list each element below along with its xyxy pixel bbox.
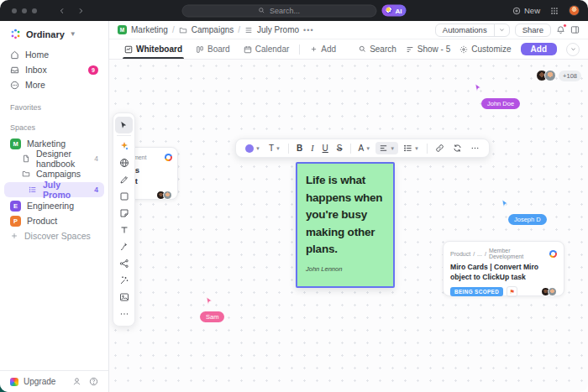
- strikethrough-button[interactable]: S: [333, 142, 346, 154]
- apps-grid-icon[interactable]: [550, 7, 559, 15]
- cursor-arrow-icon: [474, 83, 483, 92]
- user-avatar[interactable]: [569, 5, 580, 16]
- sticky-note[interactable]: Life is what happens when you're busy ma…: [296, 162, 395, 288]
- upgrade-label[interactable]: Upgrade: [24, 377, 55, 386]
- status-badge[interactable]: BEING SCOPED: [450, 287, 503, 296]
- sidebar-item-label: Designer handbook: [36, 149, 88, 169]
- breadcrumb-campaigns[interactable]: Campaigns: [192, 25, 234, 34]
- sidebar-item-july-promo[interactable]: July Promo 4: [4, 182, 104, 197]
- window-topbar: Search... AI New: [0, 0, 588, 21]
- chevron-down-icon: ▼: [276, 146, 281, 151]
- font-color-menu[interactable]: A▼: [355, 142, 375, 154]
- help-icon[interactable]: [89, 377, 98, 386]
- divider: [288, 144, 289, 154]
- underline-button[interactable]: U: [319, 142, 332, 154]
- whiteboard-canvas[interactable]: +108 pment ns nt: [109, 60, 588, 392]
- sidebar-item-designer-handbook[interactable]: Designer handbook 4: [0, 152, 108, 165]
- sidebar-item-more[interactable]: More: [0, 78, 108, 91]
- sidebar-space-product[interactable]: P Product: [0, 214, 108, 227]
- card-breadcrumb-item: ...: [477, 251, 482, 257]
- bold-button[interactable]: B: [293, 142, 306, 154]
- italic-button[interactable]: I: [307, 142, 317, 154]
- collaborator-cursor-john-doe: John Doe: [474, 83, 520, 109]
- new-button[interactable]: New: [512, 6, 540, 15]
- more-options-button[interactable]: [467, 142, 483, 154]
- tab-board[interactable]: Board: [189, 39, 237, 59]
- share-button[interactable]: Share: [515, 24, 551, 37]
- align-menu[interactable]: ▼: [375, 142, 398, 154]
- web-embed-tool[interactable]: [115, 154, 133, 171]
- convert-button[interactable]: [449, 142, 465, 154]
- sidebar-item-inbox[interactable]: Inbox 9: [0, 63, 108, 76]
- spaces-section-label[interactable]: Spaces: [10, 123, 98, 132]
- sticky-note-text[interactable]: Life is what happens when you're busy ma…: [306, 172, 385, 259]
- card-title[interactable]: Miro Cards | Convert Miro object to Clic…: [450, 263, 557, 282]
- window-controls[interactable]: [12, 8, 37, 13]
- list-menu[interactable]: ▼: [400, 142, 423, 154]
- link-button[interactable]: [432, 142, 448, 154]
- show-button[interactable]: Show - 5: [406, 44, 450, 54]
- font-color-label: A: [359, 144, 365, 153]
- ai-tool[interactable]: [115, 138, 133, 154]
- priority-flag-icon[interactable]: ⚑: [507, 286, 517, 297]
- divider: [427, 144, 428, 154]
- more-circle-icon: [10, 81, 19, 90]
- align-left-icon: [379, 144, 388, 153]
- view-search-button[interactable]: Search: [359, 44, 396, 54]
- more-tools[interactable]: [115, 306, 133, 322]
- chevron-down-icon: ▼: [414, 146, 419, 151]
- document-icon: [22, 154, 30, 163]
- search-icon: [259, 8, 265, 14]
- breadcrumb-marketing[interactable]: Marketing: [131, 25, 168, 34]
- tab-label: Board: [207, 44, 230, 54]
- ai-button[interactable]: AI: [382, 5, 407, 17]
- global-search-input[interactable]: Search...: [182, 4, 377, 17]
- cursor-arrow-icon: [205, 296, 214, 306]
- sidebar-space-engineering[interactable]: E Engineering: [0, 199, 108, 212]
- add-view-button[interactable]: Add: [303, 39, 343, 59]
- text-tool[interactable]: [115, 222, 133, 238]
- image-tool[interactable]: [115, 289, 133, 306]
- select-tool[interactable]: [115, 117, 133, 133]
- automations-button[interactable]: Automations: [435, 24, 510, 37]
- presence-overflow-count[interactable]: +108: [559, 71, 581, 81]
- breadcrumb-july-promo[interactable]: July Promo: [257, 25, 299, 34]
- list-icon: [244, 26, 253, 34]
- connector-tool[interactable]: [115, 238, 133, 255]
- customize-button[interactable]: Customize: [459, 44, 511, 54]
- sidebar-item-label: More: [25, 80, 45, 90]
- invite-user-icon[interactable]: [72, 377, 81, 386]
- toggle-panel-icon[interactable]: [570, 25, 580, 34]
- sidebar-item-label: Inbox: [25, 65, 47, 75]
- cursor-name-label: Sam: [200, 311, 224, 322]
- sidebar: Ordinary ▼ Home Inbox 9 More Favorites: [0, 21, 109, 392]
- space-avatar: E: [10, 201, 21, 212]
- forward-icon[interactable]: [77, 8, 84, 14]
- text-style-menu[interactable]: T▼: [265, 142, 284, 154]
- sidebar-item-discover-spaces[interactable]: Discover Spaces: [0, 229, 108, 243]
- notifications-bell-icon[interactable]: [556, 25, 565, 34]
- sticky-note-tool[interactable]: [115, 205, 133, 222]
- breadcrumb-more-icon[interactable]: •••: [303, 26, 313, 34]
- magic-wand-tool[interactable]: [115, 272, 133, 289]
- presence-avatars[interactable]: +108: [536, 70, 581, 81]
- page-header: M Marketing / Campaigns / July Promo •••…: [109, 21, 588, 39]
- collaborator-cursor-sam: Sam: [200, 296, 224, 322]
- folder-icon: [179, 26, 187, 34]
- tab-whiteboard[interactable]: Whiteboard: [118, 39, 189, 59]
- back-icon[interactable]: [59, 8, 66, 14]
- chevron-down-icon[interactable]: [494, 24, 509, 36]
- chevron-down-button[interactable]: [566, 43, 580, 56]
- shape-tool[interactable]: [115, 188, 133, 205]
- fill-color-picker[interactable]: ▼: [242, 143, 264, 154]
- tab-calendar[interactable]: Calendar: [237, 39, 297, 59]
- sidebar-item-campaigns[interactable]: Campaigns: [0, 167, 108, 180]
- workspace-switcher[interactable]: Ordinary ▼: [0, 21, 108, 46]
- task-card-miro[interactable]: Product/.../Member Development Miro Card…: [443, 241, 564, 296]
- divider: [117, 135, 131, 136]
- favorites-section-label[interactable]: Favorites: [10, 103, 98, 112]
- mind-map-tool[interactable]: [115, 255, 133, 272]
- pen-tool[interactable]: [115, 171, 133, 188]
- sidebar-item-home[interactable]: Home: [0, 48, 108, 61]
- add-task-button[interactable]: Add: [521, 43, 557, 55]
